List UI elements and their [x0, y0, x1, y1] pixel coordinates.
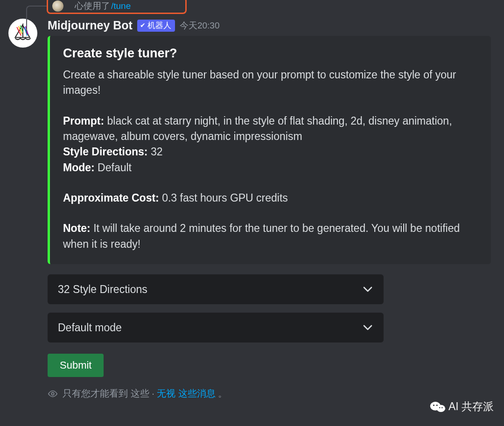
embed-intro: Create a shareable style tuner based on … [63, 67, 478, 98]
watermark-text: AI 共存派 [448, 399, 494, 414]
reply-spine [26, 6, 47, 34]
prompt-value: black cat at starry night, in the style … [63, 115, 452, 142]
reply-text: 心使用了 /tune [75, 0, 131, 12]
svg-point-3 [433, 405, 434, 406]
select-style-directions[interactable]: 32 Style Directions [48, 274, 384, 304]
bot-name[interactable]: Midjourney Bot [48, 19, 133, 32]
watermark: AI 共存派 [430, 399, 494, 414]
cost-label: Approximate Cost: [63, 192, 159, 204]
reply-reference[interactable]: 心使用了 /tune [46, 0, 504, 13]
embed-cost-line: Approximate Cost: 0.3 fast hours GPU cre… [63, 190, 478, 206]
ephemeral-notice: 只有您才能看到 这些 · 无视 这些消息 。 [48, 387, 491, 400]
message-timestamp: 今天20:30 [180, 20, 220, 32]
message-header: Midjourney Bot ✔ 机器人 今天20:30 [48, 19, 491, 32]
svg-point-4 [436, 405, 438, 406]
note-label: Note: [63, 222, 91, 234]
reply-used-label: 心使用了 [75, 0, 110, 12]
embed-prompt-line: Prompt: black cat at starry night, in th… [63, 113, 478, 145]
svg-point-2 [436, 405, 445, 412]
mode-label: Mode: [63, 161, 95, 174]
message-row: Midjourney Bot ✔ 机器人 今天20:30 Create styl… [8, 19, 504, 400]
submit-button[interactable]: Submit [48, 354, 104, 377]
ephemeral-period: 。 [218, 388, 227, 398]
svg-point-6 [441, 407, 443, 408]
embed-style-line: Style Directions: 32 [63, 144, 478, 160]
style-dir-label: Style Directions: [63, 146, 148, 158]
select-mode[interactable]: Default mode [48, 313, 384, 342]
eye-icon [48, 389, 58, 399]
reply-user-avatar[interactable] [52, 0, 63, 12]
note-value: It will take around 2 minutes for the tu… [63, 222, 460, 250]
verified-check-icon: ✔ [140, 21, 146, 29]
select-mode-label: Default mode [58, 321, 122, 334]
embed-card: Create style tuner? Create a shareable s… [48, 36, 491, 264]
svg-point-5 [439, 407, 441, 408]
svg-point-0 [51, 392, 54, 395]
embed-title: Create style tuner? [63, 46, 478, 61]
reply-command[interactable]: /tune [111, 1, 131, 11]
ephemeral-dismiss-link[interactable]: 无视 这些消息 [157, 388, 216, 398]
bot-tag: ✔ 机器人 [137, 20, 175, 32]
style-dir-value: 32 [151, 146, 163, 158]
embed-description: Create a shareable style tuner based on … [63, 67, 478, 252]
chevron-down-icon [362, 322, 373, 333]
embed-mode-line: Mode: Default [63, 160, 478, 175]
cost-value: 0.3 fast hours GPU credits [162, 192, 288, 204]
prompt-label: Prompt: [63, 115, 104, 127]
bot-tag-label: 机器人 [147, 20, 171, 31]
ephemeral-sep: · [152, 388, 154, 398]
chevron-down-icon [362, 284, 373, 295]
ephemeral-only-you: 只有您才能看到 这些 [63, 388, 149, 398]
embed-note-line: Note: It will take around 2 minutes for … [63, 221, 478, 252]
wechat-icon [430, 400, 446, 413]
mode-value: Default [98, 161, 132, 174]
select-style-label: 32 Style Directions [58, 283, 147, 296]
